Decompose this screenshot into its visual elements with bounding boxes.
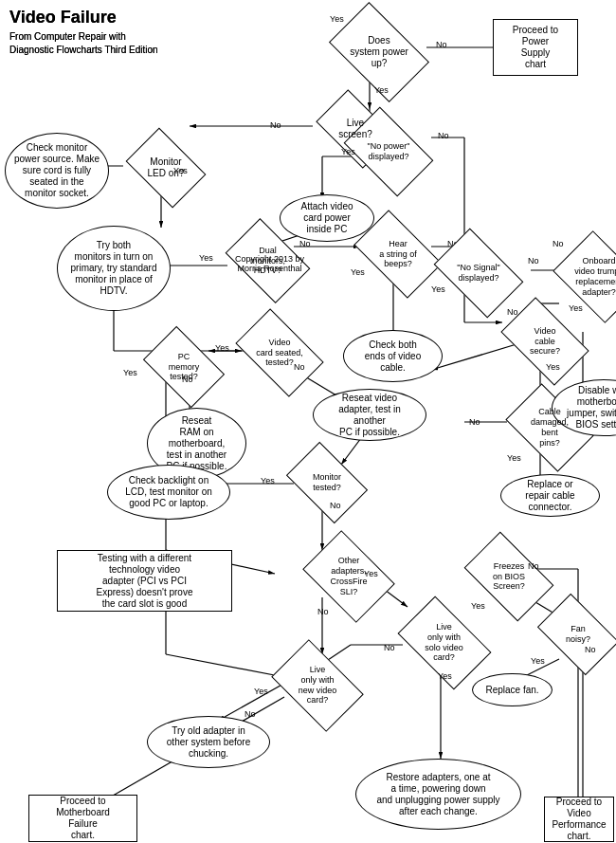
label-no-freezes: No bbox=[528, 561, 539, 571]
live-new-card-node: Liveonly withnew videocard? bbox=[270, 654, 365, 716]
label-yes-freezes: Yes bbox=[471, 601, 485, 611]
flowchart-container: Video Failure From Computer Repair withD… bbox=[0, 0, 616, 843]
no-signal-label: "No Signal"displayed? bbox=[457, 263, 499, 284]
live-new-card-label: Liveonly withnew videocard? bbox=[299, 665, 337, 706]
monitor-led-label: MonitorLED on? bbox=[148, 156, 185, 179]
replace-cable-node: Replace orrepair cableconnector. bbox=[500, 474, 600, 517]
dual-monitors-label: Dualmonitors,HDTV? bbox=[250, 246, 285, 276]
check-backlight-node: Check backlight onLCD, test monitor ongo… bbox=[107, 465, 230, 520]
check-monitor-power-node: Check monitorpower source. Makesure cord… bbox=[5, 133, 109, 209]
reseat-video-label: Reseat videoadapter, test in anotherPC i… bbox=[321, 393, 418, 438]
replace-cable-label: Replace orrepair cableconnector. bbox=[525, 479, 574, 513]
subtitle: From Computer Repair withDiagnostic Flow… bbox=[9, 30, 158, 57]
try-old-adapter-node: Try old adapter inother system beforechu… bbox=[147, 716, 270, 768]
check-backlight-label: Check backlight onLCD, test monitor ongo… bbox=[125, 475, 212, 509]
monitor-led-node: MonitorLED on? bbox=[123, 140, 208, 195]
label-no-fan: No bbox=[585, 645, 596, 654]
testing-different-label: Testing with a differenttechnology video… bbox=[97, 553, 193, 610]
monitor-tested-node: Monitortested? bbox=[284, 455, 370, 510]
video-cable-secure-label: Videocablesecure? bbox=[530, 326, 560, 357]
restore-adapters-label: Restore adapters, one ata time, powering… bbox=[376, 772, 499, 817]
try-both-monitors-label: Try bothmonitors in turn onprimary, try … bbox=[71, 240, 157, 297]
fan-noisy-label: Fannoisy? bbox=[566, 624, 590, 645]
testing-different-node: Testing with a differenttechnology video… bbox=[57, 550, 232, 612]
attach-video-power-label: Attach videocard powerinside PC bbox=[300, 201, 353, 235]
label-no-dual: No bbox=[299, 239, 311, 248]
label-yes-monitor: Yes bbox=[261, 476, 275, 486]
label-yes-live-new: Yes bbox=[254, 687, 268, 696]
pc-memory-node: PCmemorytested? bbox=[140, 339, 227, 394]
label-yes-memory: Yes bbox=[123, 368, 137, 377]
fan-noisy-node: Fannoisy? bbox=[535, 607, 616, 662]
label-no-onboard: No bbox=[553, 239, 564, 248]
replace-fan-label: Replace fan. bbox=[485, 685, 538, 696]
label-yes-beeps: Yes bbox=[351, 267, 365, 277]
label-no-live-screen: No bbox=[270, 120, 281, 130]
label-yes-live-screen: Yes bbox=[374, 85, 389, 95]
replace-fan-node: Replace fan. bbox=[472, 673, 553, 706]
try-both-monitors-node: Try bothmonitors in turn onprimary, try … bbox=[57, 226, 171, 311]
label-no-no-signal: No bbox=[528, 256, 539, 266]
other-adapters-label: Otheradapters,CrossFireSLI? bbox=[330, 556, 367, 596]
onboard-video-node: Onboardvideo trumpsreplacementadapter? bbox=[553, 245, 616, 309]
freezes-bios-node: Freezeson BIOSScreen? bbox=[462, 547, 556, 606]
label-no-live-new: No bbox=[245, 709, 256, 719]
label-yes-no-signal: Yes bbox=[431, 284, 445, 294]
other-adapters-node: Otheradapters,CrossFireSLI? bbox=[301, 544, 396, 609]
live-screen-label: Livescreen? bbox=[338, 118, 372, 140]
label-yes-live-solo: Yes bbox=[438, 671, 452, 681]
video-card-seated-label: Videocard seated,tested? bbox=[256, 338, 303, 368]
proceed-motherboard-label: Proceed toMotherboardFailurechart. bbox=[56, 796, 110, 841]
disable-jumper-label: Disable withmotherboardjumper, switch, o… bbox=[567, 385, 616, 431]
video-cable-secure-node: Videocablesecure? bbox=[498, 313, 592, 370]
label-no-system-power: No bbox=[436, 40, 447, 49]
check-both-ends-label: Check bothends of videocable. bbox=[365, 339, 422, 374]
label-yes-cable-damaged: Yes bbox=[507, 453, 521, 463]
label-yes-onboard: Yes bbox=[569, 303, 583, 313]
restore-adapters-node: Restore adapters, one ata time, powering… bbox=[355, 759, 521, 830]
cable-damaged-label: Cabledamaged,bentpins? bbox=[531, 407, 569, 448]
no-signal-node: "No Signal"displayed? bbox=[431, 245, 526, 302]
onboard-video-label: Onboardvideo trumpsreplacementadapter? bbox=[574, 256, 616, 297]
label-yes-dual: Yes bbox=[199, 253, 213, 263]
try-old-adapter-label: Try old adapter inother system beforechu… bbox=[167, 725, 250, 760]
label-no-cable-secure: No bbox=[507, 307, 518, 317]
pc-memory-label: PCmemorytested? bbox=[169, 352, 200, 382]
reseat-video-node: Reseat videoadapter, test in anotherPC i… bbox=[313, 389, 426, 441]
live-solo-card-node: Liveonly withsolo videocard? bbox=[394, 612, 494, 673]
label-yes-no-power: Yes bbox=[341, 147, 355, 156]
label-no-cable-damaged: No bbox=[469, 417, 480, 427]
monitor-tested-label: Monitortested? bbox=[313, 472, 341, 493]
label-no-live-solo: No bbox=[384, 643, 395, 652]
proceed-video-performance-node: Proceed toVideoPerformancechart. bbox=[544, 797, 614, 842]
label-yes-system-power: Yes bbox=[330, 14, 344, 24]
label-no-no-power: No bbox=[438, 131, 449, 140]
proceed-power-supply-label: Proceed toPowerSupplychart bbox=[513, 25, 558, 70]
page-title: Video Failure bbox=[9, 8, 117, 27]
reseat-ram-label: ReseatRAM onmotherboard,test in anotherP… bbox=[167, 415, 227, 472]
proceed-video-performance-label: Proceed toVideoPerformancechart. bbox=[552, 797, 606, 842]
label-no-monitor: No bbox=[330, 501, 341, 510]
label-yes-fan: Yes bbox=[531, 656, 545, 666]
proceed-power-supply-node: Proceed toPowerSupplychart bbox=[493, 19, 578, 76]
does-system-power-label: Doessystem powerup? bbox=[350, 35, 408, 69]
live-solo-card-label: Liveonly withsolo videocard? bbox=[425, 622, 463, 663]
check-monitor-power-label: Check monitorpower source. Makesure cord… bbox=[14, 142, 100, 199]
does-system-power-node: Doessystem powerup? bbox=[327, 19, 431, 85]
freezes-bios-label: Freezeson BIOSScreen? bbox=[493, 561, 525, 592]
check-both-ends-node: Check bothends of videocable. bbox=[343, 330, 443, 382]
label-yes-cable-secure: Yes bbox=[546, 362, 560, 372]
no-power-displayed-label: "No power"displayed? bbox=[368, 141, 410, 162]
hear-beeps-label: Heara string ofbeeps? bbox=[379, 239, 417, 269]
video-card-seated-node: Videocard seated,tested? bbox=[232, 324, 327, 381]
label-no-other-adapters: No bbox=[317, 607, 329, 616]
proceed-motherboard-node: Proceed toMotherboardFailurechart. bbox=[28, 795, 137, 842]
